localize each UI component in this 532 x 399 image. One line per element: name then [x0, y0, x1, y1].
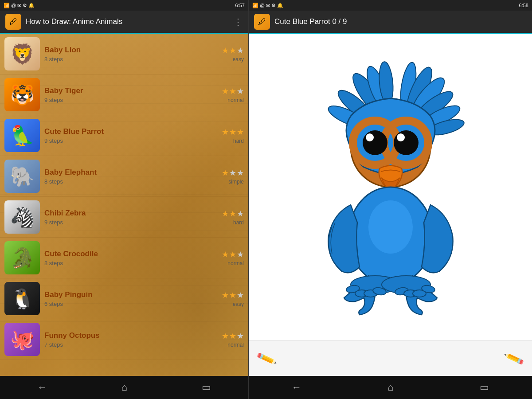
animal-name: Cute Blue Parrot	[44, 127, 222, 136]
star-empty: ★	[237, 331, 244, 341]
status-right-icons: 📶 @ ✉ ⚙ 🔔	[252, 3, 283, 8]
animal-thumbnail: 🦁	[4, 37, 40, 70]
star-empty: ★	[229, 168, 236, 178]
animal-name: Baby Pinguin	[44, 290, 222, 299]
star-empty: ★	[237, 209, 244, 219]
animal-list: 🦁Baby Lion8 steps★★★easy🐯Baby Tiger9 ste…	[0, 34, 248, 360]
animal-rating: ★★★hard	[222, 127, 244, 144]
star-filled: ★	[229, 290, 236, 300]
nav-back-left[interactable]: ←	[37, 382, 47, 393]
svg-point-23	[394, 130, 419, 155]
star-filled: ★	[222, 290, 229, 300]
pencil-previous-button[interactable]: ✏️	[255, 348, 278, 369]
list-item[interactable]: 🐯Baby Tiger9 steps★★★normal	[0, 74, 248, 115]
pencil-next-button[interactable]: ✏️	[503, 348, 526, 369]
list-item[interactable]: 🐙Funny Octopus7 steps★★★normal	[0, 319, 248, 360]
animal-rating: ★★★hard	[222, 209, 244, 226]
animal-info: Chibi Zebra9 steps	[44, 209, 222, 226]
nav-recent-left[interactable]: ▭	[202, 382, 211, 393]
right-panel: 📶 @ ✉ ⚙ 🔔 6:58 🖊 Cute Blue Parrot 0 / 9	[248, 0, 532, 399]
nav-recent-right[interactable]: ▭	[480, 382, 489, 393]
animal-name: Baby Lion	[44, 46, 222, 55]
difficulty-label: normal	[227, 260, 244, 266]
animal-steps: 9 steps	[44, 137, 222, 144]
menu-button-left[interactable]: ⋮	[234, 16, 243, 27]
list-item[interactable]: 🐧Baby Pinguin6 steps★★★easy	[0, 278, 248, 319]
star-rating: ★★★	[222, 209, 244, 219]
bottom-pencil-bar: ✏️ ✏️	[249, 340, 532, 376]
nav-bar-right: ← ⌂ ▭	[249, 376, 532, 399]
star-filled: ★	[222, 168, 229, 178]
star-filled: ★	[229, 46, 236, 55]
app-bar-right: 🖊 Cute Blue Parrot 0 / 9	[249, 11, 532, 34]
app-title-right: Cute Blue Parrot 0 / 9	[274, 17, 527, 26]
animal-info: Cute Blue Parrot9 steps	[44, 127, 222, 144]
left-panel: 📶 @ ✉ ⚙ 🔔 6:57 🖊 How to Draw: Anime Anim…	[0, 0, 248, 399]
status-left-icons: 📶 @ ✉ ⚙ 🔔	[4, 3, 35, 8]
difficulty-label: hard	[233, 138, 244, 144]
list-item[interactable]: 🦓Chibi Zebra9 steps★★★hard	[0, 197, 248, 238]
list-item[interactable]: 🦜Cute Blue Parrot9 steps★★★hard	[0, 115, 248, 156]
animal-name: Baby Tiger	[44, 86, 222, 95]
difficulty-label: normal	[227, 342, 244, 348]
nav-back-right[interactable]: ←	[292, 382, 301, 393]
svg-point-25	[397, 133, 405, 141]
app-bar-left: 🖊 How to Draw: Anime Animals ⋮	[0, 11, 248, 34]
star-filled: ★	[222, 331, 229, 341]
animal-thumbnail: 🐘	[4, 160, 40, 193]
animal-rating: ★★★normal	[222, 86, 244, 103]
animal-thumbnail: 🐯	[4, 78, 40, 111]
star-empty: ★	[237, 290, 244, 300]
animal-steps: 8 steps	[44, 56, 222, 63]
status-right-time: 6:58	[519, 3, 528, 8]
animal-thumbnail: 🐧	[4, 282, 40, 315]
star-rating: ★★★	[222, 46, 244, 55]
animal-rating: ★★★normal	[222, 250, 244, 266]
star-filled: ★	[229, 209, 236, 219]
star-filled: ★	[229, 127, 236, 137]
animal-name: Baby Elephant	[44, 168, 222, 177]
star-rating: ★★★	[222, 168, 244, 178]
animal-thumbnail: 🦜	[4, 119, 40, 152]
star-empty: ★	[237, 250, 244, 259]
nav-home-left[interactable]: ⌂	[121, 382, 127, 393]
star-rating: ★★★	[222, 86, 244, 96]
star-filled: ★	[229, 331, 236, 341]
app-icon-left: 🖊	[5, 14, 21, 30]
parrot-illustration	[306, 59, 475, 316]
difficulty-label: simple	[228, 179, 244, 185]
svg-point-24	[366, 133, 374, 141]
status-bar-left: 📶 @ ✉ ⚙ 🔔 6:57	[0, 0, 248, 11]
star-filled: ★	[222, 86, 229, 96]
difficulty-label: easy	[233, 301, 244, 307]
star-empty: ★	[237, 46, 244, 55]
list-item[interactable]: 🦁Baby Lion8 steps★★★easy	[0, 34, 248, 74]
animal-steps: 9 steps	[44, 219, 222, 226]
animal-rating: ★★★simple	[222, 168, 244, 185]
difficulty-label: easy	[233, 56, 244, 63]
animal-info: Funny Octopus7 steps	[44, 331, 222, 348]
star-rating: ★★★	[222, 250, 244, 259]
animal-steps: 7 steps	[44, 341, 222, 348]
app-icon-right: 🖊	[254, 14, 270, 30]
star-filled: ★	[229, 250, 236, 259]
animal-list-container: 🦁Baby Lion8 steps★★★easy🐯Baby Tiger9 ste…	[0, 34, 248, 376]
animal-name: Cute Crocodile	[44, 250, 222, 258]
animal-info: Baby Lion8 steps	[44, 46, 222, 63]
app-title-left: How to Draw: Anime Animals	[26, 17, 229, 26]
star-empty: ★	[237, 168, 244, 178]
svg-point-22	[363, 130, 387, 155]
animal-steps: 6 steps	[44, 301, 222, 307]
star-rating: ★★★	[222, 127, 244, 137]
nav-home-right[interactable]: ⌂	[387, 382, 393, 393]
star-filled: ★	[222, 46, 229, 55]
animal-thumbnail: 🐊	[4, 241, 40, 274]
animal-info: Baby Elephant8 steps	[44, 168, 222, 185]
animal-info: Baby Pinguin6 steps	[44, 290, 222, 307]
list-item[interactable]: 🐊Cute Crocodile8 steps★★★normal	[0, 238, 248, 278]
drawing-area	[249, 34, 532, 340]
animal-rating: ★★★easy	[222, 290, 244, 307]
star-empty: ★	[237, 86, 244, 96]
status-bar-right: 📶 @ ✉ ⚙ 🔔 6:58	[249, 0, 532, 11]
list-item[interactable]: 🐘Baby Elephant8 steps★★★simple	[0, 156, 248, 197]
